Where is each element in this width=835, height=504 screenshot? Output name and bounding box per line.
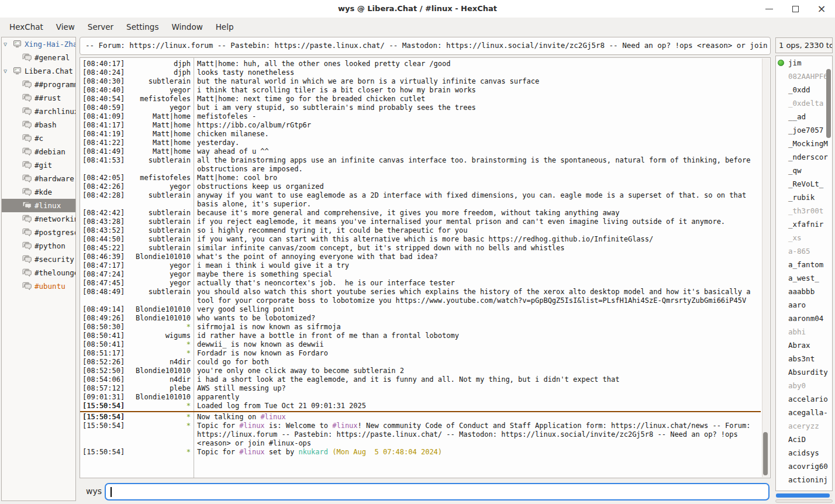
menu-item-view[interactable]: View xyxy=(50,18,81,36)
message-text: chicken milanese. xyxy=(194,130,761,139)
user-row-joe7057[interactable]: _joe7057 xyxy=(776,123,832,137)
user-row-aaro[interactable]: aaro xyxy=(776,298,832,312)
channel-row-security[interactable]: #security xyxy=(2,253,75,266)
menu-item-window[interactable]: Window xyxy=(165,18,209,36)
message-text: looks tasty nonetheless xyxy=(194,68,761,77)
user-name: actioninj xyxy=(788,475,828,484)
channel-row-archlinux[interactable]: #archlinux xyxy=(2,105,75,118)
menu-item-server[interactable]: Server xyxy=(81,18,120,36)
maximize-button[interactable] xyxy=(785,0,805,18)
topic-bar[interactable]: -- Forum: https://linux.forum -- Pastebi… xyxy=(80,37,771,55)
user-row-a-west[interactable]: a_west_ xyxy=(776,271,832,285)
user-row-0xdelta[interactable]: _0xdelta xyxy=(776,96,832,110)
channel-row-thelounge[interactable]: #thelounge xyxy=(2,266,75,279)
message-text: you're only one click away to become sub… xyxy=(194,367,761,375)
chat-message: [15:50:54]*Loaded log from Tue Oct 21 09… xyxy=(80,402,761,410)
chat-message: [08:42:05]mefistofelesMatt|home: cool br… xyxy=(80,174,761,182)
user-name: a_west_ xyxy=(788,274,819,282)
user-row-mockingm[interactable]: _MockingM xyxy=(776,137,832,150)
channel-row-git[interactable]: #git xyxy=(2,158,75,172)
user-row-ad[interactable]: __ad xyxy=(776,110,832,123)
channel-row-bash[interactable]: #bash xyxy=(2,118,75,132)
tree-label: #hardware xyxy=(34,172,74,185)
user-row-acidsys[interactable]: acidsys xyxy=(776,446,832,460)
marker-line xyxy=(80,411,761,412)
chat-message: [08:41:22]Matt|homeyesterday. xyxy=(80,139,761,147)
channel-row-general[interactable]: #general xyxy=(2,51,75,64)
user-row-absurdity[interactable]: Absurdity xyxy=(776,365,832,379)
user-row-acid[interactable]: AciD xyxy=(776,433,832,446)
channel-row-ubuntu[interactable]: #ubuntu xyxy=(2,279,75,293)
menu-item-hexchat[interactable]: HexChat xyxy=(3,18,50,36)
expander-icon[interactable]: ▽ xyxy=(4,37,7,51)
chat-message: [08:50:41]*dewwii_ is now known as dewwi… xyxy=(80,340,761,349)
user-row-th3r00t[interactable]: _th3r00t xyxy=(776,204,832,218)
user-row-abs3nt[interactable]: abs3nt xyxy=(776,352,832,365)
chat-scrollbar-track[interactable] xyxy=(762,58,770,477)
menu-item-settings[interactable]: Settings xyxy=(120,18,165,36)
user-row-qw[interactable]: _qw xyxy=(776,164,832,177)
channel-row-hardware[interactable]: #hardware xyxy=(2,172,75,185)
user-row-a-865[interactable]: a-865 xyxy=(776,244,832,258)
chat-message: [08:44:50]subtlerainif you want, you can… xyxy=(80,235,761,244)
expander-icon[interactable]: ▽ xyxy=(4,64,7,78)
channel-row-kde[interactable]: #kde xyxy=(2,185,75,199)
message-meta: [08:40:54]mefistofeles xyxy=(80,95,194,103)
chat-message: [15:50:54]*Now talking on #linux xyxy=(80,413,761,422)
chat-message: [08:40:40]yegori think that scrolling ti… xyxy=(80,86,761,95)
user-row-0xdd[interactable]: _0xdd xyxy=(776,83,832,96)
user-row-aceryzz[interactable]: aceryzz xyxy=(776,419,832,433)
user-row-acegalla[interactable]: acegalla- xyxy=(776,406,832,419)
channel-row-python[interactable]: #python xyxy=(2,239,75,253)
channel-row-c[interactable]: #c xyxy=(2,132,75,145)
user-row-acovrig60[interactable]: acovrig60 xyxy=(776,460,832,473)
channel-row-debian[interactable]: #debian xyxy=(2,145,75,158)
chat-message: [08:41:19]Matt|homechicken milanese. xyxy=(80,130,761,139)
message-meta: [15:50:54]* xyxy=(80,448,194,457)
user-row-aaabbb[interactable]: aaabbb xyxy=(776,285,832,298)
user-row-abrax[interactable]: Abrax xyxy=(776,339,832,352)
userlist-hscrollbar-thumb[interactable] xyxy=(776,493,830,498)
server-row-libera-chat[interactable]: ▽Libera.Chat xyxy=(2,64,75,78)
menu-item-help[interactable]: Help xyxy=(209,18,240,36)
message-meta: [08:52:50]Blondie101010 xyxy=(80,367,194,375)
message-meta: [08:40:24]djph xyxy=(80,68,194,77)
message-text: dewwii_ is now known as dewwii xyxy=(194,340,761,349)
user-row-082aahpf6[interactable]: 082AAHPF6 xyxy=(776,70,832,83)
message-meta: [08:46:39]Blondie101010 xyxy=(80,253,194,261)
chat-scrollbar-thumb[interactable] xyxy=(763,432,768,475)
minimize-button[interactable] xyxy=(759,0,779,18)
user-row-abhi[interactable]: abhi xyxy=(776,325,832,339)
timestamp: [15:50:54] xyxy=(82,402,125,410)
server-row-xing-hai-zhan[interactable]: ▽Xing-Hai-Zhan xyxy=(2,37,75,51)
channel-icon xyxy=(22,80,32,89)
userlist-scrollbar-thumb[interactable] xyxy=(826,69,831,138)
user-row-rubik[interactable]: _rubik xyxy=(776,191,832,204)
close-button[interactable]: × xyxy=(812,0,831,18)
timestamp: [08:41:09] xyxy=(82,112,125,121)
user-row-aaronm04[interactable]: aaronm04 xyxy=(776,312,832,325)
channel-row-rust[interactable]: ##rust xyxy=(2,91,75,105)
user-row-accelario[interactable]: accelario xyxy=(776,392,832,406)
chat-message: [08:40:24]djphlooks tasty nonetheless xyxy=(80,68,761,77)
channel-row-linux[interactable]: #linux xyxy=(2,199,75,212)
user-name: abs3nt xyxy=(788,354,815,363)
timestamp: [08:42:42] xyxy=(82,209,125,218)
user-row-actioninj[interactable]: actioninj xyxy=(776,473,832,486)
user-name: acovrig60 xyxy=(788,462,828,471)
user-row-aby0[interactable]: aby0 xyxy=(776,379,832,392)
user-row-xs[interactable]: _xs xyxy=(776,231,832,244)
user-row-revolt[interactable]: _ReVoLt_ xyxy=(776,177,832,191)
timestamp: [15:50:54] xyxy=(82,448,125,457)
user-row-jim[interactable]: jim xyxy=(776,56,832,70)
user-row-xfafnir[interactable]: _xfafnir xyxy=(776,218,832,231)
channel-row-postgresql[interactable]: #postgresql xyxy=(2,226,75,239)
userlist-hscrollbar-track[interactable] xyxy=(775,493,833,498)
channel-row-networking[interactable]: #networking xyxy=(2,212,75,226)
channel-row-programming[interactable]: ##programming xyxy=(2,78,75,91)
pane-resize-groove[interactable] xyxy=(775,499,833,503)
user-row-a-fantom[interactable]: a_fantom xyxy=(776,258,832,271)
message-input[interactable] xyxy=(105,483,770,500)
message-text: apparently xyxy=(194,393,761,402)
user-row-nderscor[interactable]: _nderscor xyxy=(776,150,832,164)
